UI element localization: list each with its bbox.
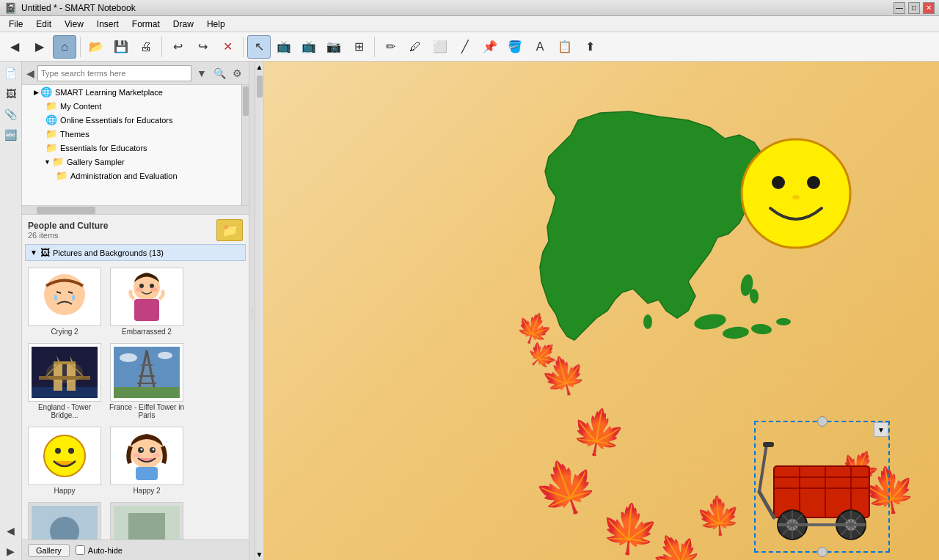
gallery-image-happy[interactable]: Happy [25,424,104,497]
open-button[interactable]: 📂 [84,35,108,59]
minimize-button[interactable]: — [894,2,905,14]
svg-point-51 [776,318,791,325]
tree-vscroll-thumb[interactable] [243,86,249,116]
svg-point-57 [742,139,850,248]
side-icon-pages[interactable]: 📄 [2,65,20,82]
gallery-image-more1[interactable] [25,500,104,539]
svg-point-56 [643,314,652,329]
tree-label-marketplace: SMART Learning Marketplace [55,88,163,97]
screenshot-tool[interactable]: 📋 [553,35,577,59]
page-scroll[interactable]: ▲ ▼ [255,62,264,560]
svg-point-60 [792,195,800,199]
search-back-icon[interactable]: ◀ [26,67,34,79]
canvas-area[interactable]: ▲ ▼ 🍁 🍁 🍁 🍁 🍁 🍁 🍁 🍁 🍁 🍁 [255,62,939,560]
fill-tool[interactable]: 🪣 [503,35,527,59]
gallery-image-crying2[interactable]: Crying 2 [25,265,104,338]
notebook-button[interactable]: 📺 [272,35,296,59]
menu-help[interactable]: Help [201,18,231,31]
side-icon-properties[interactable]: 🔤 [2,126,20,144]
back-button[interactable]: ◀ [3,35,26,59]
print-button[interactable]: 🖨 [134,35,158,59]
tree-hscroll-thumb[interactable] [37,207,95,214]
close-button[interactable]: ✕ [923,2,935,14]
screen-button[interactable]: 📺 [297,35,321,59]
search-settings-icon[interactable]: ⚙ [230,66,244,81]
dropdown-arrow-icon[interactable]: ▼ [194,66,209,81]
side-icon-arrow-left[interactable]: ◀ [2,522,20,539]
side-icon-media[interactable]: 🖼 [2,85,20,103]
maximize-button[interactable]: □ [908,2,920,14]
undo-button[interactable]: ↩ [166,35,189,59]
tree-vscroll[interactable] [241,85,249,205]
menu-edit[interactable]: Edit [30,18,57,31]
save-button[interactable]: 💾 [109,35,133,59]
redo-button[interactable]: ↪ [191,35,214,59]
page-scroll-thumb[interactable] [257,75,263,97]
gallery-image-more2[interactable] [107,500,186,539]
smiley-face[interactable] [737,135,855,252]
record-button[interactable]: 📷 [322,35,346,59]
gallery-subcategory-row[interactable]: ▼ 🖼 Pictures and Backgrounds (13) [25,244,246,261]
leaf-10: 🍁 [694,492,743,538]
tree-item-essentials[interactable]: 📁 Essentials for Educators [22,141,249,155]
tree-item-themes[interactable]: 📁 Themes [22,127,249,141]
table-button[interactable]: ⊞ [347,35,370,59]
move-tool[interactable]: ⬆ [578,35,602,59]
autohide-checkbox[interactable] [76,545,85,555]
tree-item-admin-eval[interactable]: 📁 Administration and Evaluation [22,169,249,183]
eraser-tool[interactable]: ⬜ [428,35,452,59]
wagon-context-menu-button[interactable]: ▼ [874,422,888,437]
wagon-resize-handle-top[interactable] [817,416,827,427]
image-grid: Crying 2 [22,262,249,539]
gallery-tab-button[interactable]: Gallery [28,544,70,557]
tree-item-gallery-sampler[interactable]: ▼ 📁 Gallery Sampler [22,155,249,169]
gallery-image-france[interactable]: France - Eiffel Tower in Paris [107,341,186,421]
tree-icon-gallery: 📁 [52,156,64,167]
highlighter-tool[interactable]: 🖊 [403,35,427,59]
menu-draw[interactable]: Draw [167,18,200,31]
forward-button[interactable]: ▶ [28,35,51,59]
wagon-resize-handle-bottom[interactable] [817,547,827,557]
tree-label-mycontent: My Content [60,102,101,111]
tree-icon-marketplace: 🌐 [40,86,52,97]
titlebar-controls: — □ ✕ [894,2,935,14]
svg-point-42 [153,453,160,457]
select-tool[interactable]: ↖ [247,35,271,59]
menu-view[interactable]: View [59,18,89,31]
page-scroll-down[interactable]: ▼ [255,549,264,560]
svg-point-4 [72,295,75,301]
gallery-thumb-embarrassed2 [110,268,183,326]
svg-point-49 [722,325,749,339]
search-input[interactable] [37,65,191,81]
side-icon-arrow-right[interactable]: ▶ [2,542,20,560]
tree-hscroll[interactable] [22,206,249,215]
side-icon-attachments[interactable]: 📎 [2,106,20,123]
shape-tool[interactable]: 📌 [478,35,502,59]
tree-item-my-content[interactable]: 📁 My Content [22,99,249,113]
page-scroll-up[interactable]: ▲ [255,62,264,73]
gallery-image-england[interactable]: England - Tower Bridge... [25,341,104,421]
gallery-resize-handle[interactable]: ⋮ [249,62,255,560]
menu-file[interactable]: File [3,18,29,31]
svg-point-34 [55,448,61,454]
gallery-image-embarrassed2[interactable]: Embarrassed 2 [107,265,186,338]
menu-format[interactable]: Format [126,18,166,31]
svg-point-21 [46,361,83,383]
line-tool[interactable]: ╱ [453,35,477,59]
tree-icon-essentials: 📁 [45,142,57,153]
gallery-image-happy2[interactable]: Happy 2 [107,424,186,497]
text-tool[interactable]: A [528,35,552,59]
search-magnifier-icon[interactable]: 🔍 [212,66,227,81]
delete-button[interactable]: ✕ [216,35,239,59]
menu-insert[interactable]: Insert [91,18,125,31]
wagon-selected[interactable]: ▼ [754,421,890,553]
pen-tool[interactable]: ✏ [379,35,402,59]
tree-item-smart-marketplace[interactable]: ▶ 🌐 SMART Learning Marketplace [22,85,249,99]
search-bar: ◀ ▼ 🔍 ⚙ [22,62,249,85]
home-button[interactable]: ⌂ [53,35,76,59]
tree-item-online-essentials[interactable]: 🌐 Online Essentials for Educators [22,113,249,127]
tree-icon-online: 🌐 [45,114,57,125]
tree-label-online: Online Essentials for Educators [60,116,172,125]
gallery-thumb-france [110,343,183,402]
gallery-category-name: People and Culture [28,221,108,231]
